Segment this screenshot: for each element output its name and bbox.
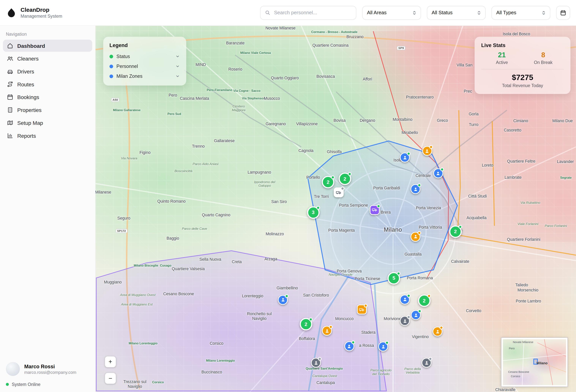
minimap[interactable]: Novate MilanesePeroMilanoCesano BosconeC… [501, 338, 568, 387]
person-marker[interactable] [422, 146, 432, 156]
vehicle-marker[interactable] [370, 205, 379, 215]
person-marker[interactable] [410, 232, 420, 242]
van-icon [336, 189, 342, 195]
active-count: 21 [481, 51, 523, 59]
app-root: CleanDrop Management System All AreasAll… [0, 0, 576, 392]
sidebar-item-drivers[interactable]: Drivers [3, 65, 92, 78]
sidebar-item-bookings[interactable]: Bookings [3, 91, 92, 103]
filter-value: All Status [432, 10, 453, 15]
cluster-count: 2 [327, 179, 330, 185]
filter-all-status[interactable]: All Status [427, 6, 486, 20]
sidebar-item-properties[interactable]: Properties [3, 104, 92, 116]
home-icon [7, 43, 13, 49]
status-dot [348, 172, 351, 176]
cluster-count: 2 [454, 229, 457, 234]
filter-all-areas[interactable]: All Areas [362, 6, 421, 20]
zoom-out-button[interactable]: − [105, 373, 116, 384]
sidebar-item-setup-map[interactable]: Setup Map [3, 117, 92, 129]
status-dot [385, 341, 389, 344]
cluster-count: 2 [305, 322, 307, 327]
person-marker[interactable] [433, 168, 443, 178]
person-marker[interactable] [400, 316, 410, 326]
person-icon [347, 344, 352, 349]
person-marker[interactable] [411, 310, 421, 320]
live-stats-title: Live Stats [481, 42, 564, 48]
vehicle-marker[interactable] [357, 305, 367, 314]
legend-item-milan-zones[interactable]: Milan Zones [110, 71, 180, 81]
map-icon [7, 120, 13, 126]
person-icon [424, 360, 429, 365]
sidebar-item-dashboard[interactable]: Dashboard [3, 40, 92, 52]
status-dot [377, 204, 380, 208]
person-icon [413, 234, 418, 239]
sidebar-item-cleaners[interactable]: Cleaners [3, 52, 92, 65]
person-marker[interactable] [344, 341, 354, 351]
cluster-marker[interactable]: 3 [307, 206, 319, 219]
person-marker[interactable] [422, 358, 432, 368]
sidebar-item-label: Routes [17, 81, 34, 87]
cluster-marker[interactable]: 2 [300, 318, 312, 331]
cluster-marker[interactable]: 2 [449, 225, 462, 238]
search-box[interactable] [260, 6, 356, 20]
topbar-controls: All AreasAll StatusAll Types [260, 6, 570, 20]
calendar-icon [560, 10, 566, 16]
car-icon [7, 68, 13, 75]
status-dot [285, 294, 288, 298]
person-marker[interactable] [400, 294, 410, 304]
status-dot [331, 176, 335, 179]
person-icon [280, 297, 286, 302]
person-icon [402, 155, 407, 160]
person-marker[interactable] [400, 153, 410, 162]
chevron-updown-icon [412, 10, 417, 15]
van-icon [359, 307, 365, 313]
building-icon [7, 107, 13, 113]
legend-color-dot [110, 65, 113, 68]
person-marker[interactable] [378, 342, 388, 352]
calendar-button[interactable] [556, 6, 570, 20]
filter-all-types[interactable]: All Types [491, 6, 550, 20]
cluster-marker[interactable]: 2 [418, 295, 430, 307]
vehicle-marker[interactable] [334, 187, 344, 197]
status-dot [458, 225, 462, 229]
map-canvas[interactable]: Novate MilaneseCormano - Bresso - Autost… [95, 26, 576, 392]
user-info: Marco Rossi marco.rossi@company.com [24, 364, 76, 375]
person-marker[interactable] [410, 184, 420, 194]
user-profile[interactable]: Marco Rossi marco.rossi@company.com [6, 362, 89, 376]
person-marker[interactable] [433, 327, 443, 337]
brand-text: CleanDrop Management System [21, 7, 62, 19]
status-dot [341, 187, 344, 190]
app-logo-icon [6, 7, 17, 18]
legend-item-label: Milan Zones [116, 74, 172, 79]
revenue-value: $7275 [481, 73, 564, 82]
person-marker[interactable] [311, 358, 321, 368]
users-icon [7, 55, 13, 62]
person-icon [402, 297, 407, 302]
search-input[interactable] [273, 9, 352, 16]
status-dot [427, 294, 431, 298]
sidebar-nav: DashboardCleanersDriversRoutesBookingsPr… [0, 40, 95, 142]
cluster-marker[interactable]: 2 [322, 176, 334, 188]
system-status-label: System Online [12, 382, 40, 387]
sidebar-item-routes[interactable]: Routes [3, 78, 92, 90]
sidebar-footer: Marco Rossi marco.rossi@company.com Syst… [0, 358, 95, 392]
legend-item-personnel[interactable]: Personnel [110, 61, 180, 71]
status-dot [440, 326, 443, 330]
live-stats-panel: Live Stats 21 Active 8 On Break $7275 To… [475, 37, 571, 94]
cluster-count: 2 [344, 176, 346, 182]
status-dot [417, 231, 421, 235]
break-stat: 8 On Break [522, 51, 564, 65]
calendar-icon [7, 94, 13, 100]
route-icon [7, 81, 13, 87]
cluster-marker[interactable]: 5 [388, 272, 400, 285]
person-marker[interactable] [322, 326, 332, 336]
sidebar-item-reports[interactable]: Reports [3, 130, 92, 142]
sidebar-item-label: Dashboard [17, 43, 45, 49]
status-dot [429, 357, 432, 361]
person-icon [381, 344, 386, 349]
cluster-marker[interactable]: 2 [339, 173, 351, 185]
break-count: 8 [522, 51, 564, 59]
minimap-label: Novate Milanese [513, 340, 533, 344]
legend-item-status[interactable]: Status [110, 52, 180, 61]
zoom-in-button[interactable]: + [105, 356, 116, 367]
person-marker[interactable] [278, 295, 288, 305]
